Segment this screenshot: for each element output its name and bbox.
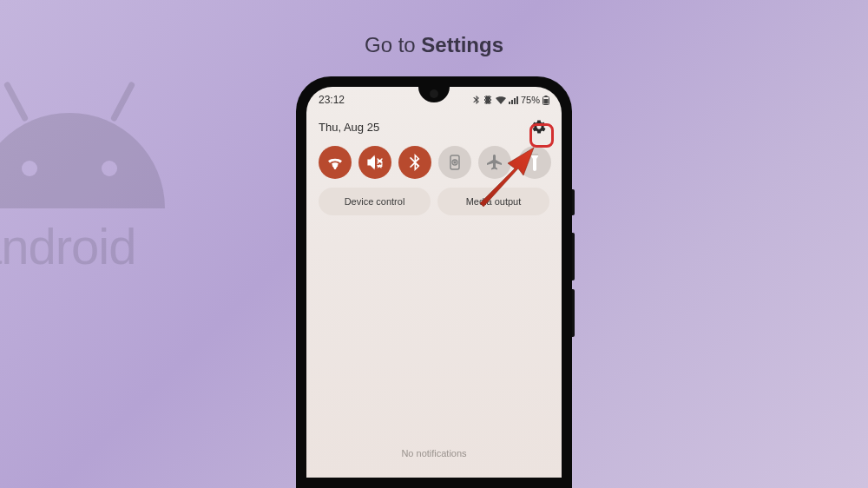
- wifi-icon: [326, 155, 344, 169]
- phone-side-button: [572, 189, 575, 215]
- title-prefix: Go to: [365, 33, 421, 56]
- title-bold: Settings: [421, 33, 503, 56]
- airplane-icon: [486, 154, 503, 171]
- qs-header: Thu, Aug 25: [306, 109, 562, 146]
- bluetooth-status-icon: [473, 96, 480, 104]
- bluetooth-icon: [410, 154, 420, 171]
- qs-button-row: Device control Media output: [306, 179, 562, 224]
- no-notifications-label: No notifications: [306, 448, 562, 458]
- date-label: Thu, Aug 25: [319, 121, 379, 134]
- flashlight-tile[interactable]: [518, 146, 551, 179]
- mute-vibrate-tile[interactable]: [358, 146, 391, 179]
- mute-icon: [366, 155, 384, 170]
- rotation-lock-tile[interactable]: [438, 146, 471, 179]
- airplane-tile[interactable]: [478, 146, 511, 179]
- battery-percent: 75%: [521, 95, 540, 105]
- status-time: 23:12: [319, 94, 345, 106]
- media-output-button[interactable]: Media output: [437, 188, 549, 215]
- phone-volume-up: [572, 233, 575, 280]
- phone-screen: 23:12 75% Thu, Aug 25: [306, 87, 562, 478]
- flashlight-icon: [529, 154, 541, 171]
- instruction-title: Go to Settings: [365, 33, 503, 57]
- svg-rect-3: [544, 99, 549, 104]
- svg-rect-7: [531, 154, 538, 155]
- signal-status-icon: [509, 96, 518, 104]
- battery-icon: [542, 96, 549, 105]
- settings-button[interactable]: [529, 116, 549, 137]
- phone-frame: 23:12 75% Thu, Aug 25: [296, 76, 572, 488]
- svg-rect-6: [454, 162, 457, 164]
- vibrate-status-icon: [483, 96, 493, 104]
- android-text: android: [0, 217, 165, 275]
- svg-rect-0: [486, 96, 490, 103]
- rotation-lock-icon: [446, 154, 464, 171]
- bluetooth-tile[interactable]: [398, 146, 431, 179]
- device-control-button[interactable]: Device control: [319, 188, 431, 215]
- wifi-tile[interactable]: [319, 146, 352, 179]
- android-logo-bg: android: [0, 113, 165, 275]
- gear-icon: [531, 119, 547, 135]
- status-icons: 75%: [473, 95, 549, 105]
- phone-volume-down: [572, 289, 575, 337]
- wifi-status-icon: [496, 96, 506, 104]
- qs-tiles: [306, 146, 562, 179]
